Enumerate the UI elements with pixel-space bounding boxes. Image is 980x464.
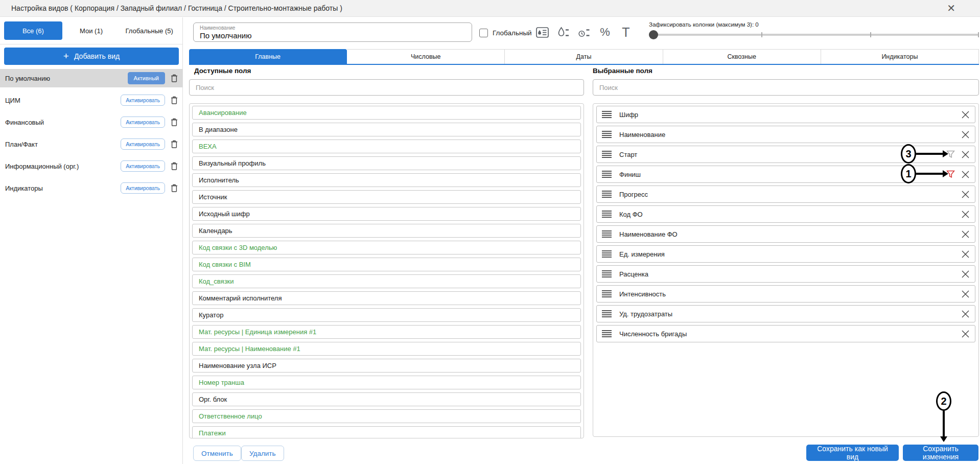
available-field-item[interactable]: Платежи <box>192 426 581 438</box>
drag-handle-icon[interactable] <box>602 270 612 278</box>
selected-field-item[interactable]: Шифр <box>596 106 975 123</box>
drag-handle-icon[interactable] <box>602 171 612 178</box>
selected-field-item[interactable]: Наименование ФО <box>596 225 975 243</box>
drag-handle-icon[interactable] <box>602 191 612 198</box>
available-field-item[interactable]: Код связки с BIM <box>192 258 581 271</box>
remove-icon[interactable] <box>961 210 970 219</box>
slider-handle[interactable] <box>649 30 658 39</box>
remove-icon[interactable] <box>961 310 970 318</box>
available-field-item[interactable]: ВЕХА <box>192 140 581 153</box>
field-category-tab[interactable]: Сквозные <box>663 49 821 64</box>
available-field-item[interactable]: Авансирование <box>192 106 581 120</box>
trash-icon[interactable] <box>170 161 178 171</box>
available-field-item[interactable]: Мат. ресурсы | Единица измерения #1 <box>192 325 581 339</box>
available-field-item[interactable]: Источник <box>192 190 581 204</box>
name-input[interactable]: Наименование По умолчанию <box>193 22 472 42</box>
time-color-icon[interactable] <box>576 25 592 40</box>
available-field-item[interactable]: Комментарий исполнителя <box>192 291 581 305</box>
color-drop-icon[interactable] <box>555 25 571 40</box>
text-color-icon[interactable]: T <box>618 25 634 40</box>
view-row[interactable]: Информационный (орг.) Активировать <box>0 157 182 175</box>
remove-icon[interactable] <box>961 230 970 239</box>
remove-icon[interactable] <box>961 270 970 279</box>
available-field-item[interactable]: Номер транша <box>192 376 581 389</box>
drag-handle-icon[interactable] <box>602 151 612 158</box>
trash-icon[interactable] <box>170 140 178 149</box>
available-field-item[interactable]: Исходный шифр <box>192 207 581 221</box>
selected-field-label: Шифр <box>619 111 961 119</box>
selected-field-item[interactable]: Код ФО <box>596 205 975 223</box>
remove-icon[interactable] <box>961 110 970 119</box>
trash-icon[interactable] <box>170 183 178 193</box>
view-row[interactable]: Индикаторы Активировать <box>0 179 182 197</box>
available-field-item[interactable]: Мат. ресурсы | Наименование #1 <box>192 342 581 356</box>
checkbox-icon[interactable] <box>479 29 488 37</box>
selected-field-item[interactable]: Прогресс <box>596 185 975 203</box>
selected-field-item[interactable]: Интенсивность <box>596 285 975 303</box>
view-row[interactable]: План/Факт Активировать <box>0 135 182 153</box>
remove-icon[interactable] <box>961 170 970 179</box>
available-field-item[interactable]: Код связки с 3D моделью <box>192 241 581 254</box>
trash-icon[interactable] <box>170 96 178 105</box>
drag-handle-icon[interactable] <box>602 290 612 298</box>
view-activate-badge[interactable]: Активный <box>128 72 165 84</box>
percent-icon[interactable]: % <box>597 25 613 40</box>
save-as-new-button[interactable]: Сохранить как новый вид <box>806 445 899 461</box>
view-activate-badge[interactable]: Активировать <box>121 160 165 172</box>
available-field-item[interactable]: Визуальный профиль <box>192 156 581 170</box>
row-fill-color-icon[interactable] <box>534 25 550 40</box>
available-field-item[interactable]: Куратор <box>192 308 581 322</box>
selected-field-item[interactable]: Ед. измерения <box>596 245 975 263</box>
view-activate-badge[interactable]: Активировать <box>121 95 165 106</box>
cancel-button[interactable]: Отменить <box>193 446 241 461</box>
field-category-tab[interactable]: Индикаторы <box>821 49 979 64</box>
close-icon[interactable]: ✕ <box>947 2 955 14</box>
available-field-item[interactable]: Код_связки <box>192 274 581 288</box>
available-field-item[interactable]: Календарь <box>192 224 581 238</box>
view-row[interactable]: Финансовый Активировать <box>0 113 182 131</box>
drag-handle-icon[interactable] <box>602 250 612 258</box>
remove-icon[interactable] <box>961 330 970 338</box>
remove-icon[interactable] <box>961 190 970 199</box>
drag-handle-icon[interactable] <box>602 131 612 138</box>
drag-handle-icon[interactable] <box>602 230 612 238</box>
selected-search-input[interactable] <box>593 79 979 96</box>
remove-icon[interactable] <box>961 130 970 139</box>
trash-icon[interactable] <box>170 118 178 127</box>
fix-columns-slider[interactable] <box>649 34 979 36</box>
drag-handle-icon[interactable] <box>602 111 612 119</box>
available-field-item[interactable]: Исполнитель <box>192 173 581 187</box>
save-changes-button[interactable]: Сохранить изменения <box>903 445 978 461</box>
sidebar-tab[interactable]: Все (6) <box>4 21 62 40</box>
remove-icon[interactable] <box>961 150 970 159</box>
format-toolbar: % T <box>534 25 634 40</box>
selected-field-item[interactable]: Численность бригады <box>596 325 975 342</box>
available-field-item[interactable]: В диапазоне <box>192 123 581 136</box>
global-checkbox[interactable]: Глобальный <box>479 29 532 37</box>
remove-icon[interactable] <box>961 290 970 298</box>
view-row[interactable]: По умолчанию Активный <box>0 69 182 87</box>
selected-field-item[interactable]: Расценка <box>596 265 975 283</box>
available-field-item[interactable]: Ответственное лицо <box>192 409 581 423</box>
selected-field-item[interactable]: Уд. трудозатраты <box>596 305 975 322</box>
sidebar-tab[interactable]: Мои (1) <box>62 21 121 40</box>
drag-handle-icon[interactable] <box>602 211 612 218</box>
remove-icon[interactable] <box>961 250 970 259</box>
add-view-button[interactable]: + Добавить вид <box>4 48 179 65</box>
available-field-item[interactable]: Наименование узла ИСР <box>192 359 581 373</box>
drag-handle-icon[interactable] <box>602 310 612 318</box>
delete-button[interactable]: Удалить <box>241 446 284 461</box>
selected-field-item[interactable]: Наименование <box>596 126 975 143</box>
field-category-tab[interactable]: Даты <box>505 49 663 64</box>
available-field-item[interactable]: Орг. блок <box>192 392 581 406</box>
drag-handle-icon[interactable] <box>602 330 612 338</box>
sidebar-tab[interactable]: Глобальные (5) <box>120 21 178 40</box>
field-category-tab[interactable]: Главные <box>189 49 347 64</box>
view-activate-badge[interactable]: Активировать <box>121 138 165 150</box>
field-category-tab[interactable]: Числовые <box>347 49 505 64</box>
trash-icon[interactable] <box>170 74 178 83</box>
view-row[interactable]: ЦИМ Активировать <box>0 91 182 109</box>
available-search-input[interactable] <box>189 79 584 96</box>
view-activate-badge[interactable]: Активировать <box>121 117 165 128</box>
view-activate-badge[interactable]: Активировать <box>121 182 165 194</box>
